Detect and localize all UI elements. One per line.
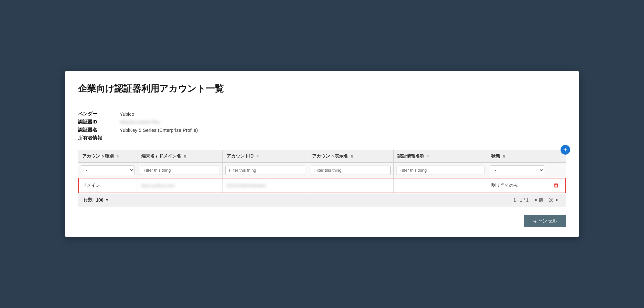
footer-right: 1 - 1 / 1 ◄ 前 次 ► — [513, 196, 561, 204]
rows-dropdown-trigger[interactable]: ▼ — [105, 198, 109, 202]
prev-label: 前 — [539, 197, 543, 202]
owner-label: 所有者情報 — [78, 134, 120, 142]
info-vendor-row: ベンダー Yubico — [78, 110, 198, 118]
vendor-value: Yubico — [120, 110, 198, 118]
cell-terminal: docs.yubico.com — [137, 178, 223, 193]
sort-icon-terminal: ⇅ — [184, 155, 186, 158]
data-table: アカウント種別 ⇅ 端末名 / ドメイン名 ⇅ アカウントID ⇅ アカウン — [78, 150, 566, 193]
col-label-account-display: アカウント表示名 — [312, 153, 348, 159]
sort-icon-account-id: ⇅ — [256, 155, 259, 158]
col-label-account-id: アカウントID — [227, 153, 254, 159]
filter-input-account-id[interactable] — [225, 166, 305, 175]
col-label-account-type: アカウント種別 — [82, 153, 114, 159]
col-header-terminal[interactable]: 端末名 / ドメイン名 ⇅ — [137, 150, 223, 163]
cell-account-id: DC01\Administrator — [223, 178, 308, 193]
filter-cell-status: - 割り当てのみ — [487, 163, 547, 178]
col-label-terminal: 端末名 / ドメイン名 — [141, 153, 181, 159]
table-section: + アカウント種別 ⇅ — [78, 150, 566, 207]
filter-cell-account-display — [308, 163, 393, 178]
account-id-value-blurred: DC01\Administrator — [227, 183, 266, 188]
table-header: アカウント種別 ⇅ 端末名 / ドメイン名 ⇅ アカウントID ⇅ アカウン — [78, 150, 566, 178]
table-footer: 行数: 100 ▼ 1 - 1 / 1 ◄ 前 次 ► — [78, 193, 566, 207]
filter-input-terminal[interactable] — [140, 166, 220, 175]
filter-cell-terminal — [137, 163, 223, 178]
prev-page-button[interactable]: ◄ 前 — [532, 196, 545, 204]
filter-cell-account-id — [223, 163, 308, 178]
col-header-account-type[interactable]: アカウント種別 ⇅ — [78, 150, 137, 163]
add-row-button[interactable]: + — [561, 145, 570, 155]
info-table: ベンダー Yubico 認証器ID 4f9a2b1c8d3e7f0a 認証器名 … — [78, 110, 198, 142]
filter-cell-action — [547, 163, 566, 178]
cell-action[interactable]: 🗑 — [547, 178, 566, 193]
filter-cell-account-type: - ドメイン — [78, 163, 137, 178]
auth-id-blurred: 4f9a2b1c8d3e7f0a — [120, 119, 160, 125]
cell-account-display — [308, 178, 393, 193]
sort-icon-account-display: ⇅ — [351, 155, 353, 158]
col-header-account-id[interactable]: アカウントID ⇅ — [223, 150, 308, 163]
next-label: 次 — [549, 197, 553, 202]
info-section: ベンダー Yubico 認証器ID 4f9a2b1c8d3e7f0a 認証器名 … — [78, 110, 566, 142]
cell-account-type: ドメイン — [78, 178, 137, 193]
sort-icon-account-type: ⇅ — [116, 155, 119, 158]
filter-select-status[interactable]: - 割り当てのみ — [490, 165, 544, 175]
pagination-range: 1 - 1 / 1 — [513, 197, 528, 203]
header-row: アカウント種別 ⇅ 端末名 / ドメイン名 ⇅ アカウントID ⇅ アカウン — [78, 150, 566, 163]
next-arrow-icon: ► — [555, 197, 559, 202]
auth-name-value: YubiKey 5 Series (Enterprise Profile) — [120, 126, 198, 134]
table-wrapper: アカウント種別 ⇅ 端末名 / ドメイン名 ⇅ アカウントID ⇅ アカウン — [78, 150, 566, 193]
info-owner-row: 所有者情報 — [78, 134, 198, 142]
filter-select-account-type[interactable]: - ドメイン — [81, 165, 135, 175]
col-header-account-display[interactable]: アカウント表示名 ⇅ — [308, 150, 393, 163]
info-auth-name-row: 認証器名 YubiKey 5 Series (Enterprise Profil… — [78, 126, 198, 134]
auth-id-value: 4f9a2b1c8d3e7f0a — [120, 118, 198, 126]
vendor-label: ベンダー — [78, 110, 120, 118]
table-row[interactable]: ドメイン docs.yubico.com DC01\Administrator … — [78, 178, 566, 193]
col-header-auth-name[interactable]: 認証情報名称 ⇅ — [393, 150, 487, 163]
cell-auth-name — [393, 178, 487, 193]
rows-count: 100 — [96, 197, 103, 203]
next-page-button[interactable]: 次 ► — [548, 196, 561, 204]
modal-container: 企業向け認証器利用アカウント一覧 ベンダー Yubico 認証器ID 4f9a2… — [65, 71, 579, 237]
prev-arrow-icon: ◄ — [533, 197, 538, 202]
delete-icon[interactable]: 🗑 — [551, 182, 562, 189]
terminal-value-blurred: docs.yubico.com — [141, 183, 175, 188]
sort-icon-auth-name: ⇅ — [427, 155, 430, 158]
auth-name-label: 認証器名 — [78, 126, 120, 134]
table-body: ドメイン docs.yubico.com DC01\Administrator … — [78, 178, 566, 193]
cancel-button[interactable]: キャンセル — [524, 215, 566, 227]
footer-left: 行数: 100 ▼ — [83, 197, 109, 203]
sort-icon-status: ⇅ — [503, 155, 505, 158]
modal-footer: キャンセル — [78, 215, 566, 227]
cell-status: 割り当てのみ — [487, 178, 547, 193]
col-label-auth-name: 認証情報名称 — [397, 153, 424, 159]
filter-input-account-display[interactable] — [311, 166, 391, 175]
filter-input-auth-name[interactable] — [396, 166, 484, 175]
auth-id-label: 認証器ID — [78, 118, 120, 126]
owner-value — [120, 134, 198, 142]
col-header-status[interactable]: 状態 ⇅ — [487, 150, 547, 163]
filter-row: - ドメイン — [78, 163, 566, 178]
filter-cell-auth-name — [393, 163, 487, 178]
col-label-status: 状態 — [491, 153, 500, 159]
rows-label: 行数: — [83, 197, 94, 203]
info-auth-id-row: 認証器ID 4f9a2b1c8d3e7f0a — [78, 118, 198, 126]
modal-title: 企業向け認証器利用アカウント一覧 — [78, 83, 566, 101]
